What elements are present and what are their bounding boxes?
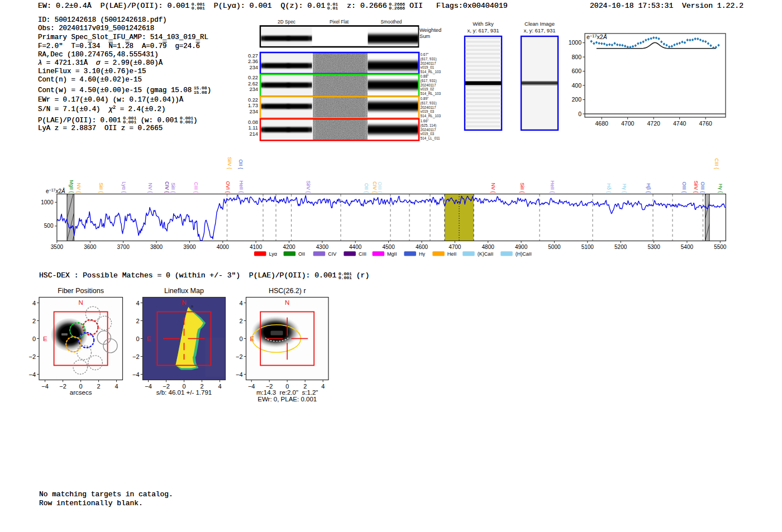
- svg-text:EWr: 0, PLAE: 0.001: EWr: 0, PLAE: 0.001: [258, 396, 317, 402]
- svg-text:2: 2: [136, 318, 139, 324]
- svg-text:−2: −2: [236, 353, 243, 360]
- svg-text:N: N: [78, 299, 83, 306]
- svg-text:−4: −4: [41, 383, 49, 390]
- svg-text:−4: −4: [236, 371, 243, 378]
- svg-text:Lineflux Map: Lineflux Map: [164, 287, 204, 295]
- svg-text:4: 4: [321, 383, 325, 390]
- svg-text:E: E: [147, 336, 151, 342]
- svg-text:4: 4: [115, 383, 118, 390]
- svg-text:N: N: [285, 299, 289, 306]
- svg-text:E: E: [43, 336, 47, 342]
- svg-text:0: 0: [136, 336, 139, 342]
- svg-text:m:14.3 re:2.0" s:1.2": m:14.3 re:2.0" s:1.2": [256, 389, 318, 396]
- svg-text:2: 2: [239, 318, 242, 324]
- svg-text:2: 2: [97, 383, 101, 390]
- svg-text:N: N: [182, 299, 186, 306]
- svg-text:HSC(26.2) r: HSC(26.2) r: [269, 287, 306, 295]
- svg-text:4: 4: [239, 300, 242, 306]
- svg-text:s/b: 46.01 +/- 1.791: s/b: 46.01 +/- 1.791: [156, 389, 212, 396]
- svg-text:−2: −2: [28, 353, 36, 360]
- svg-text:arcsecs: arcsecs: [70, 389, 92, 396]
- svg-text:−2: −2: [59, 383, 66, 390]
- svg-text:E: E: [250, 336, 255, 342]
- svg-text:2: 2: [32, 318, 36, 324]
- svg-text:−4: −4: [145, 383, 152, 390]
- svg-text:Fiber Positions: Fiber Positions: [58, 287, 104, 295]
- svg-text:4: 4: [32, 300, 36, 306]
- svg-text:−4: −4: [28, 371, 36, 378]
- svg-text:0: 0: [32, 336, 36, 342]
- svg-text:−2: −2: [132, 353, 140, 360]
- svg-text:0: 0: [239, 336, 242, 342]
- svg-text:−4: −4: [132, 371, 140, 378]
- svg-text:4: 4: [218, 383, 221, 390]
- svg-text:−4: −4: [248, 383, 255, 390]
- svg-text:4: 4: [136, 300, 139, 306]
